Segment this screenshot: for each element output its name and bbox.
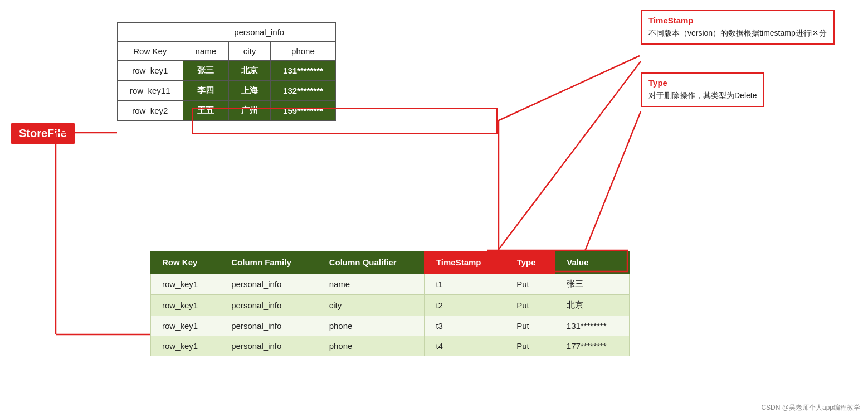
rowkey-cell: row_key2 — [118, 101, 183, 121]
type-annotation-body: 对于删除操作，其类型为Delete — [648, 90, 757, 101]
name-cell: 李四 — [183, 81, 229, 101]
b-timestamp-cell: t1 — [425, 273, 505, 294]
name-cell: 王五 — [183, 101, 229, 121]
b-value-cell: 177******** — [555, 336, 629, 356]
storefile-label: StoreFile — [11, 123, 75, 144]
watermark: CSDN @吴老师个人app编程教学 — [761, 403, 860, 413]
bottom-col-value-header: Value — [555, 251, 629, 273]
top-table-wrapper: personal_info Row Key name city phone ro… — [117, 22, 336, 121]
rowkey-cell: row_key1 — [118, 61, 183, 81]
bottom-table: Row Key Column Family Column Qualifier T… — [150, 251, 630, 356]
top-table-empty-header — [118, 23, 183, 42]
b-value-cell: 张三 — [555, 273, 629, 294]
b-family-cell: personal_info — [220, 294, 318, 316]
timestamp-annotation-box: TimeStamp 不同版本（version）的数据根据timestamp进行区… — [641, 10, 835, 45]
table-row: row_key1 personal_info phone t4 Put 177*… — [151, 336, 630, 356]
col-rowkey-header: Row Key — [118, 42, 183, 61]
b-rowkey-cell: row_key1 — [151, 316, 220, 336]
city-cell: 上海 — [229, 81, 271, 101]
b-timestamp-cell: t2 — [425, 294, 505, 316]
bottom-col-family-header: Column Family — [220, 251, 318, 273]
b-type-cell: Put — [505, 316, 555, 336]
main-container: personal_info Row Key name city phone ro… — [0, 0, 868, 417]
b-value-cell: 北京 — [555, 294, 629, 316]
timestamp-annotation-title: TimeStamp — [648, 16, 827, 25]
city-cell: 北京 — [229, 61, 271, 81]
personal-info-header: personal_info — [183, 23, 335, 42]
table-row: row_key1 personal_info name t1 Put 张三 — [151, 273, 630, 294]
b-value-cell: 131******** — [555, 316, 629, 336]
bottom-col-qualifier-header: Column Qualifier — [318, 251, 425, 273]
table-row: row_key2 王五 广州 159******** — [118, 101, 336, 121]
phone-cell: 132******** — [271, 81, 336, 101]
bottom-col-rowkey-header: Row Key — [151, 251, 220, 273]
b-qualifier-cell: phone — [318, 316, 425, 336]
top-table: personal_info Row Key name city phone ro… — [117, 22, 336, 121]
bottom-col-timestamp-header: TimeStamp — [425, 251, 505, 273]
b-type-cell: Put — [505, 336, 555, 356]
svg-line-4 — [498, 56, 640, 121]
b-family-cell: personal_info — [220, 316, 318, 336]
b-family-cell: personal_info — [220, 336, 318, 356]
b-timestamp-cell: t3 — [425, 316, 505, 336]
b-qualifier-cell: city — [318, 294, 425, 316]
b-rowkey-cell: row_key1 — [151, 273, 220, 294]
type-annotation-box: Type 对于删除操作，其类型为Delete — [641, 72, 764, 107]
b-family-cell: personal_info — [220, 273, 318, 294]
phone-cell: 159******** — [271, 101, 336, 121]
col-name-header: name — [183, 42, 229, 61]
bottom-table-wrapper: Row Key Column Family Column Qualifier T… — [150, 251, 630, 356]
timestamp-annotation-body: 不同版本（version）的数据根据timestamp进行区分 — [648, 27, 827, 39]
b-rowkey-cell: row_key1 — [151, 294, 220, 316]
table-row: row_key1 personal_info city t2 Put 北京 — [151, 294, 630, 316]
table-row: row_key1 personal_info phone t3 Put 131*… — [151, 316, 630, 336]
b-qualifier-cell: phone — [318, 336, 425, 356]
col-phone-header: phone — [271, 42, 336, 61]
name-cell: 张三 — [183, 61, 229, 81]
type-annotation-title: Type — [648, 78, 757, 88]
b-type-cell: Put — [505, 273, 555, 294]
b-qualifier-cell: name — [318, 273, 425, 294]
svg-line-6 — [585, 111, 641, 251]
b-rowkey-cell: row_key1 — [151, 336, 220, 356]
city-cell: 广州 — [229, 101, 271, 121]
phone-cell: 131******** — [271, 61, 336, 81]
svg-line-5 — [498, 61, 641, 251]
b-type-cell: Put — [505, 294, 555, 316]
bottom-col-type-header: Type — [505, 251, 555, 273]
table-row: row_key1 张三 北京 131******** — [118, 61, 336, 81]
col-city-header: city — [229, 42, 271, 61]
rowkey-cell: row_key11 — [118, 81, 183, 101]
table-row: row_key11 李四 上海 132******** — [118, 81, 336, 101]
b-timestamp-cell: t4 — [425, 336, 505, 356]
